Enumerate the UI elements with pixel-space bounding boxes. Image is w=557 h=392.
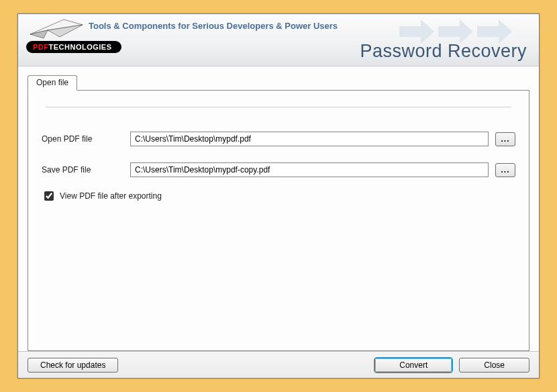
check-updates-button[interactable]: Check for updates — [28, 358, 118, 373]
close-button[interactable]: Close — [459, 358, 529, 373]
save-file-input[interactable] — [130, 162, 489, 177]
convert-label: Convert — [399, 360, 427, 370]
save-file-label: Save PDF file — [42, 165, 130, 175]
header-tagline: Tools & Components for Serious Developer… — [89, 21, 338, 31]
tab-area: Open file Open PDF file ... Save PDF fil… — [18, 66, 539, 351]
ellipsis-icon: ... — [501, 135, 509, 143]
header-banner: PDF TECHNOLOGIES Tools & Components for … — [18, 14, 539, 66]
view-after-export-checkbox[interactable] — [44, 191, 54, 201]
tab-open-file-label: Open file — [36, 78, 68, 87]
view-after-export-row[interactable]: View PDF file after exporting — [42, 189, 515, 203]
close-label: Close — [484, 360, 505, 370]
open-file-input[interactable] — [130, 132, 489, 146]
open-file-browse-button[interactable]: ... — [495, 132, 515, 146]
brand-badge: PDF TECHNOLOGIES — [26, 41, 121, 53]
save-file-row: Save PDF file ... — [42, 162, 515, 177]
footer-bar: Check for updates Convert Close — [18, 351, 539, 378]
brand-badge-tech: TECHNOLOGIES — [49, 43, 112, 51]
tab-panel-open-file: Open PDF file ... Save PDF file ... View… — [28, 90, 529, 351]
ellipsis-icon: ... — [501, 166, 509, 174]
convert-button[interactable]: Convert — [374, 358, 452, 373]
save-file-browse-button[interactable]: ... — [495, 163, 515, 177]
check-updates-label: Check for updates — [40, 360, 105, 370]
panel-divider — [46, 107, 511, 107]
tab-open-file[interactable]: Open file — [28, 75, 77, 91]
app-window: PDF TECHNOLOGIES Tools & Components for … — [17, 13, 540, 379]
open-file-row: Open PDF file ... — [42, 132, 515, 146]
open-file-label: Open PDF file — [42, 134, 130, 144]
app-title: Password Recovery — [360, 41, 527, 62]
brand-badge-pdf: PDF — [33, 43, 49, 51]
view-after-export-label: View PDF file after exporting — [60, 191, 162, 201]
